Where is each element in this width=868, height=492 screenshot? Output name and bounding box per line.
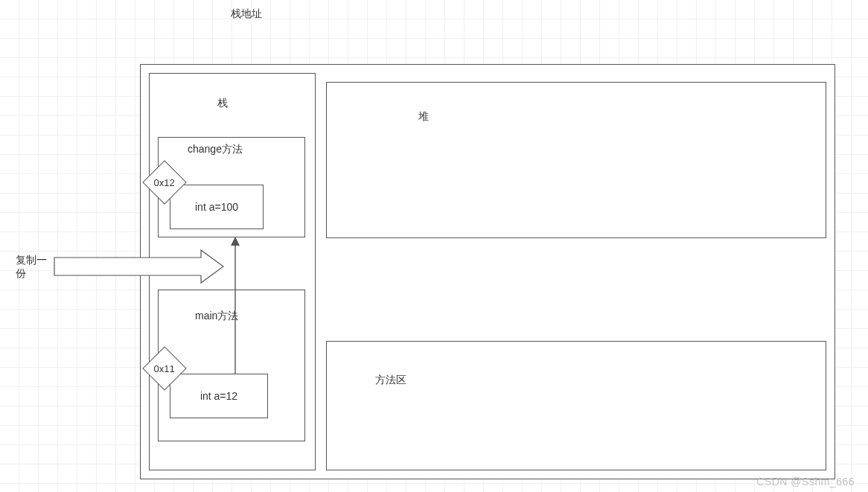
frame-change-var-box: int a=100 [170,185,264,229]
heap-region [326,82,826,238]
heap-label: 堆 [418,110,429,124]
method-area-region [326,341,826,470]
flow-arrow-main-to-change [226,235,244,377]
frame-change-var: int a=100 [195,201,238,213]
frame-change-name: change方法 [188,143,252,156]
svg-marker-0 [54,250,223,283]
copy-arrow [52,249,226,287]
copy-note: 复制一份 [16,253,51,280]
page-title: 栈地址 [231,7,262,21]
addr-change: 0x12 [154,176,175,188]
addr-main: 0x11 [154,362,175,374]
watermark: CSDN @Sshm_666 [756,476,855,488]
frame-main-var-box: int a=12 [170,374,268,418]
stack-label: 栈 [217,97,228,110]
svg-marker-1 [231,237,240,246]
frame-main-var: int a=12 [200,390,237,402]
method-area-label: 方法区 [375,374,406,387]
